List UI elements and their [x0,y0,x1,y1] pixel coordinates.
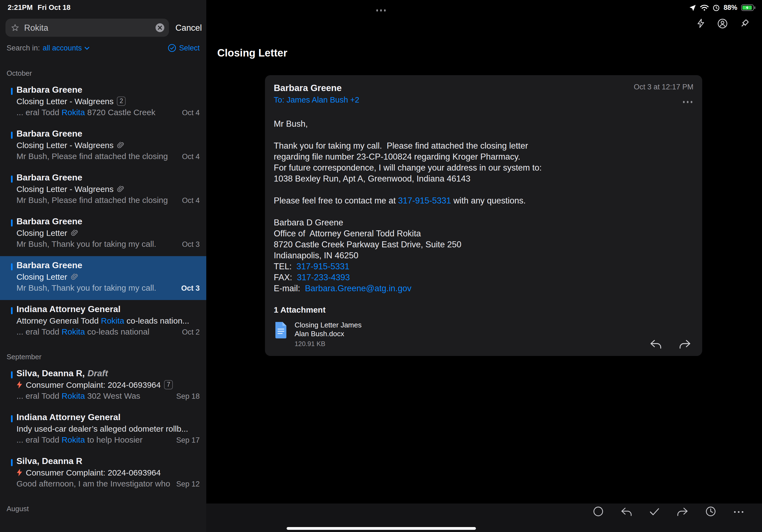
preview: Good afternoon, I am the Investigator wh… [17,479,171,488]
date: Oct 2 [182,328,200,336]
check-icon[interactable] [649,507,660,516]
list-item[interactable]: Barbara Greene Closing Letter Mr Bush, T… [0,212,206,256]
paperclip-icon [117,141,124,149]
date: Oct 4 [182,196,200,204]
paperclip-icon [117,186,124,192]
unread-indicator [11,459,13,466]
message-body: Mr Bush, Thank you for taking my call. P… [274,118,693,294]
attachment-chip[interactable]: Closing Letter James Alan Bush.docx 120.… [274,321,693,347]
preview: Mr Bush, Please find attached the closin… [17,195,176,204]
section-header: September [0,344,206,364]
home-indicator[interactable] [286,527,476,530]
preview: ... eral Todd Rokita co-leads national [17,327,176,336]
list-item[interactable]: Barbara Greene Closing Letter - Walgreen… [0,81,206,124]
unread-indicator [11,307,13,314]
subject: Consumer Complaint: 2024-0693964 [17,468,200,477]
location-icon [689,4,696,11]
tel-link[interactable]: 317-915-5331 [296,262,349,271]
unread-indicator [11,371,13,378]
sender: Barbara Greene [17,173,200,183]
email-link[interactable]: Barbara.Greene@atg.in.gov [305,283,412,293]
sender: Barbara Greene [17,129,200,139]
date: Sep 18 [176,392,200,400]
list-item[interactable]: Indiana Attorney General Attorney Genera… [0,300,206,344]
preview: ... eral Todd Rokita 8720 Castle Creek [17,108,176,117]
status-bar-right: 88% [689,4,755,12]
status-time: 2:21PM [8,3,33,12]
complaint-bolt-icon [17,468,23,477]
status-bar-left: 2:21PM Fri Oct 18 [8,3,70,12]
sender: Barbara Greene [17,261,200,270]
message-view-panel: Closing Letter Barbara Greene To: James … [206,0,762,532]
unread-indicator [11,263,13,270]
preview: Mr Bush, Please find attached the closin… [17,151,176,161]
date: Oct 3 [181,284,200,292]
phone-link[interactable]: 317-915-5331 [398,196,451,205]
more-icon[interactable] [733,506,744,516]
reply-icon[interactable] [620,506,632,516]
cancel-search-button[interactable]: Cancel [176,23,202,33]
message-sender: Barbara Greene [274,83,359,93]
sender: Silva, Deanna R,Draft [17,369,200,378]
sender: Barbara Greene [17,85,200,95]
message-card: Barbara Greene To: James Alan Bush +2 Oc… [265,75,702,356]
sender: Silva, Deanna R [17,456,200,466]
list-item[interactable]: Indiana Attorney General Indy used-car d… [0,408,206,452]
clear-search-icon[interactable] [155,23,165,33]
preview: ... eral Todd Rokita to help Hoosier [17,435,171,444]
fax-link[interactable]: 317-233-4393 [297,272,350,282]
subject: Closing Letter [17,272,200,281]
subject: Closing Letter - Walgreens [17,140,200,150]
list-item[interactable]: Silva, Deanna R,Draft Consumer Complaint… [0,364,206,408]
select-button[interactable]: Select [168,44,200,52]
section-header: October [0,57,206,81]
list-item[interactable]: Silva, Deanna R Consumer Complaint: 2024… [0,452,206,496]
select-button-label: Select [179,44,200,52]
sender: Indiana Attorney General [17,304,200,314]
message-date: Oct 3 at 12:17 PM [634,83,693,91]
window-drag-handle-icon[interactable] [0,5,762,15]
search-scope-label: Search in: [7,44,40,52]
subject: Consumer Complaint: 2024-06939647 [17,380,200,389]
date: Sep 12 [176,480,200,488]
preview: ... eral Todd Rokita 302 West Was [17,391,171,400]
forward-icon[interactable] [676,506,688,516]
paperclip-icon [70,273,78,280]
sender: Barbara Greene [17,217,200,227]
list-item[interactable]: Barbara Greene Closing Letter - Walgreen… [0,168,206,212]
email-list: October Barbara Greene Closing Letter - … [0,57,206,532]
star-filter-icon [11,24,19,32]
message-recipients[interactable]: To: James Alan Bush +2 [274,96,359,104]
search-scope-value[interactable]: all accounts [43,44,82,52]
subject: Indy used-car dealer’s alleged odometer … [17,424,200,433]
screen: 2:21PM Fri Oct 18 88% Cancel Search in: … [0,0,762,532]
pin-icon[interactable] [739,18,750,29]
page-title: Closing Letter [217,47,287,59]
clock-status-icon [713,4,720,11]
search-results-sidebar: Cancel Search in: all accounts Select Oc… [0,0,206,532]
list-item-selected[interactable]: Barbara Greene Closing Letter Mr Bush, T… [0,256,206,300]
reply-icon[interactable] [649,339,662,349]
subject: Closing Letter - Walgreens2 [17,97,200,106]
date: Oct 3 [182,240,200,249]
contact-icon[interactable] [717,18,728,29]
unread-toggle-icon[interactable] [592,506,604,517]
date: Oct 4 [182,152,200,161]
unread-indicator [11,415,13,422]
message-more-icon[interactable] [634,97,693,107]
snooze-clock-icon[interactable] [705,506,716,517]
lightning-filter-icon[interactable] [696,18,706,29]
battery-icon [741,4,755,11]
sender: Indiana Attorney General [17,413,200,422]
forward-icon[interactable] [679,339,691,349]
complaint-bolt-icon [17,381,23,389]
list-item[interactable]: Barbara Greene Closing Letter - Walgreen… [0,124,206,168]
thread-count-badge: 2 [117,97,126,106]
search-query-field[interactable] [23,22,151,33]
unread-indicator [11,132,13,139]
unread-indicator [11,219,13,227]
search-input[interactable] [6,19,169,37]
unread-indicator [11,176,13,183]
status-date: Fri Oct 18 [38,3,70,12]
thread-count-badge: 7 [164,380,173,389]
